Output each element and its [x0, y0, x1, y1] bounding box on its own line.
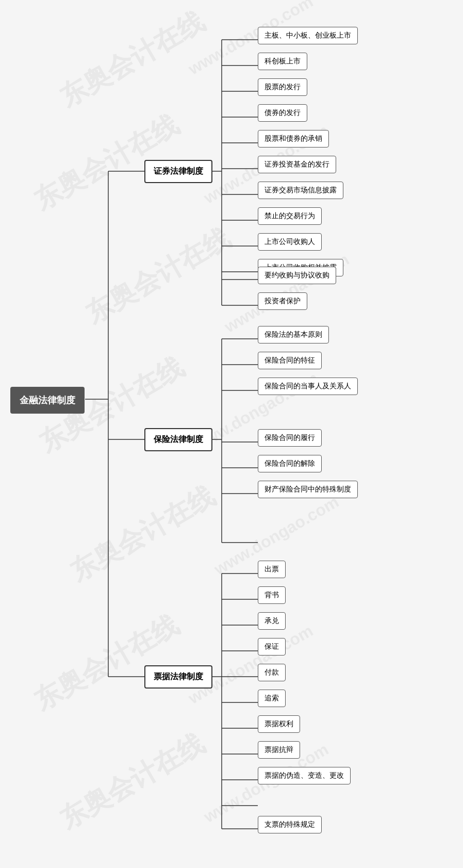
zjfl-child-7: 禁止的交易行为: [258, 207, 322, 225]
pjfl-child-3: 保证: [258, 638, 286, 656]
bxfl-child-3: 保险合同的履行: [258, 429, 322, 447]
bxfl-child-1: 保险合同的特征: [258, 352, 322, 369]
bxfl-child-2: 保险合同的当事人及关系人: [258, 378, 358, 395]
zjfl-child-11: 投资者保护: [258, 292, 307, 310]
bxfl-child-0: 保险法的基本原则: [258, 326, 329, 343]
zjfl-child-1: 科创板上市: [258, 53, 307, 70]
pjfl-child-1: 背书: [258, 586, 286, 604]
zjfl-child-0: 主板、中小板、创业板上市: [258, 27, 358, 44]
level1-bxfl: 保险法律制度: [144, 428, 212, 451]
zjfl-child-6: 证券交易市场信息披露: [258, 182, 343, 199]
zjfl-child-8: 上市公司收购人: [258, 233, 322, 251]
mind-map: 金融法律制度 证券法律制度 保险法律制度 票据法律制度 主板、中小板、创业板上市…: [5, 10, 459, 856]
zjfl-child-3: 债券的发行: [258, 104, 307, 122]
bxfl-child-5: 财产保险合同中的特殊制度: [258, 481, 358, 498]
pjfl-child-2: 承兑: [258, 612, 286, 630]
pjfl-child-9: 支票的特殊规定: [258, 816, 322, 833]
zjfl-child-5: 证券投资基金的发行: [258, 156, 336, 173]
pjfl-child-0: 出票: [258, 561, 286, 578]
diagram-container: 东奥会计在线 www.dongao.com 东奥会计在线 www.dongao.…: [0, 0, 463, 868]
level1-pjfl: 票据法律制度: [144, 665, 212, 689]
pjfl-child-5: 追索: [258, 690, 286, 707]
root-node: 金融法律制度: [10, 387, 85, 414]
pjfl-child-4: 付款: [258, 664, 286, 681]
pjfl-child-8: 票据的伪造、变造、更改: [258, 767, 351, 784]
bxfl-child-4: 保险合同的解除: [258, 455, 322, 472]
zjfl-child-10: 要约收购与协议收购: [258, 267, 336, 284]
zjfl-child-2: 股票的发行: [258, 78, 307, 96]
level1-zjfl: 证券法律制度: [144, 160, 212, 183]
connector-lines: [5, 10, 459, 856]
zjfl-child-4: 股票和债券的承销: [258, 130, 329, 148]
pjfl-child-6: 票据权利: [258, 715, 300, 733]
pjfl-child-7: 票据抗辩: [258, 741, 300, 759]
